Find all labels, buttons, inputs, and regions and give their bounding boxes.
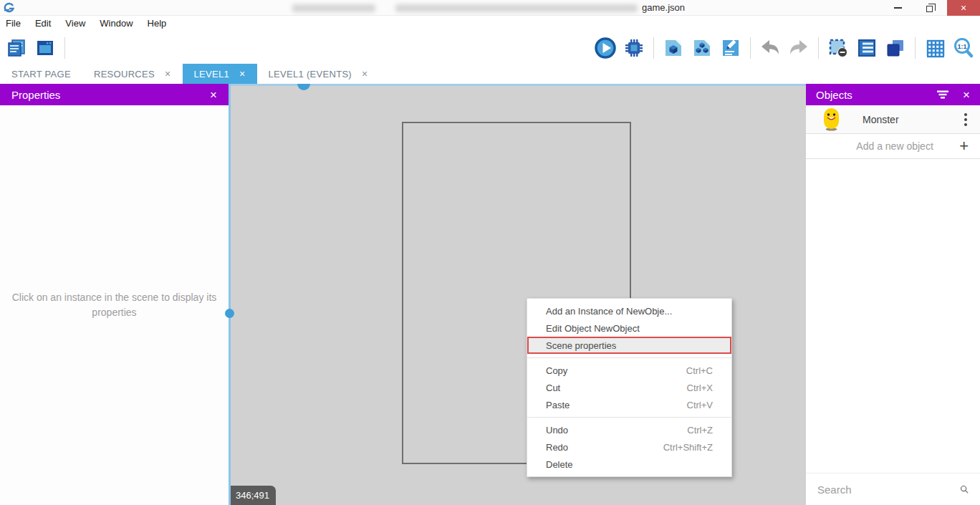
menu-file[interactable]: File [0,16,28,32]
toolbar-separator [750,37,751,59]
cursor-coordinates-badge: 346;491 [231,486,276,505]
context-menu-item-edit-object[interactable]: Edit Object NewObject [527,319,731,337]
menu-view[interactable]: View [58,16,92,32]
restore-icon [926,6,933,12]
tab-close-icon[interactable]: × [362,68,368,80]
tab-level1-events[interactable]: LEVEL1 (EVENTS) × [257,64,380,84]
properties-empty-message: Click on an instance in the scene to dis… [11,290,218,320]
zoom-original-button[interactable]: 1:1 [951,35,976,61]
objects-search-input[interactable] [817,484,960,496]
toolbar-separator [915,37,916,59]
instances-list-icon [857,38,877,58]
window-controls: × [881,0,980,16]
object-row-monster[interactable]: Monster [806,105,980,134]
properties-panel: Properties × Click on an instance in the… [0,84,229,505]
tab-level1[interactable]: LEVEL1 × [183,64,257,84]
filter-icon[interactable] [936,90,950,100]
add-multiple-instances-button[interactable] [690,35,714,61]
tab-label: LEVEL1 (EVENTS) [269,69,352,80]
close-icon: × [961,2,966,14]
tab-close-icon[interactable]: × [239,68,245,80]
debug-icon [624,38,644,58]
add-instance-icon [663,38,683,58]
project-manager-icon [6,38,27,58]
close-button[interactable]: × [947,0,980,16]
canvas-top-resize-line[interactable] [231,84,806,86]
deselect-instances-button[interactable] [826,35,850,61]
undo-icon [759,39,781,57]
add-instance-button[interactable] [661,35,686,61]
context-menu-item-paste[interactable]: Paste Ctrl+V [527,396,731,413]
menu-help[interactable]: Help [140,16,174,32]
toolbar-separator [818,37,819,59]
toolbar: 1:1 [0,32,980,64]
edit-scene-icon [721,38,741,58]
add-object-plus-icon[interactable]: + [959,138,969,154]
deselect-instances-icon [828,38,848,58]
title-bar: game.json × [0,0,980,16]
objects-panel: Objects × Monster [806,84,980,505]
tab-close-icon[interactable]: × [165,68,170,80]
close-panel-icon[interactable]: × [210,89,217,101]
window-title: game.json [642,2,685,13]
minimize-button[interactable] [881,0,914,16]
add-multiple-instances-icon [692,38,712,58]
tab-bar: START PAGE RESOURCES × LEVEL1 × LEVEL1 (… [0,64,980,84]
context-menu-item-redo[interactable]: Redo Ctrl+Shift+Z [527,438,731,456]
tab-label: LEVEL1 [194,69,230,80]
layers-icon [885,38,905,58]
start-page-icon [35,38,55,58]
tab-start-page[interactable]: START PAGE [0,64,82,84]
redacted-text [292,4,375,12]
add-object-label: Add a new object [817,140,959,152]
grid-button[interactable] [923,35,947,61]
tab-resources[interactable]: RESOURCES × [82,64,183,84]
properties-panel-header: Properties × [0,84,229,105]
objects-search-bar [806,473,980,505]
start-page-button[interactable] [33,35,57,61]
context-menu-item-undo[interactable]: Undo Ctrl+Z [527,421,731,438]
add-object-row[interactable]: Add a new object + [806,134,980,159]
tab-label: RESOURCES [94,69,155,80]
context-menu-item-add-instance[interactable]: Add an Instance of NewObje... [527,302,731,319]
menu-edit[interactable]: Edit [28,16,58,32]
gdevelop-window: game.json × File Edit View Window Help [0,0,980,505]
context-menu-separator [527,357,731,358]
grid-icon [925,38,945,58]
edit-scene-button[interactable] [719,35,743,61]
preview-play-button[interactable] [593,35,618,61]
project-manager-button[interactable] [4,35,29,61]
context-menu-item-delete[interactable]: Delete [527,456,731,473]
objects-panel-title: Objects [816,89,852,101]
gdevelop-logo-icon [4,2,15,14]
tab-label: START PAGE [11,69,71,80]
objects-panel-header: Objects × [806,84,980,105]
zoom-ratio-label: 1:1 [957,42,966,49]
properties-panel-resize-handle[interactable] [225,309,234,318]
properties-panel-title: Properties [11,89,60,101]
layers-button[interactable] [883,35,908,61]
zoom-original-icon: 1:1 [953,37,974,59]
redo-icon [788,39,810,57]
toolbar-separator [64,37,65,59]
properties-panel-resize-line[interactable] [229,84,231,505]
redo-button[interactable] [787,35,811,61]
minimize-icon [894,7,902,9]
scene-canvas[interactable]: 346;491 Add an Instance of NewObje... Ed… [231,84,806,505]
redacted-text [395,4,638,12]
context-menu-item-copy[interactable]: Copy Ctrl+C [527,362,731,379]
search-icon [960,482,969,496]
menu-window[interactable]: Window [92,16,140,32]
main-area: Properties × Click on an instance in the… [0,84,980,505]
monster-thumbnail-icon [822,107,841,131]
undo-button[interactable] [758,35,782,61]
context-menu-item-cut[interactable]: Cut Ctrl+X [527,379,731,396]
close-panel-icon[interactable]: × [963,89,970,101]
restore-button[interactable] [914,0,947,16]
debug-button[interactable] [622,35,646,61]
context-menu: Add an Instance of NewObje... Edit Objec… [527,298,732,477]
object-name: Monster [863,114,961,125]
object-menu-kebab-icon[interactable] [961,110,970,129]
context-menu-item-scene-properties[interactable]: Scene properties [527,337,731,354]
instances-list-button[interactable] [855,35,879,61]
